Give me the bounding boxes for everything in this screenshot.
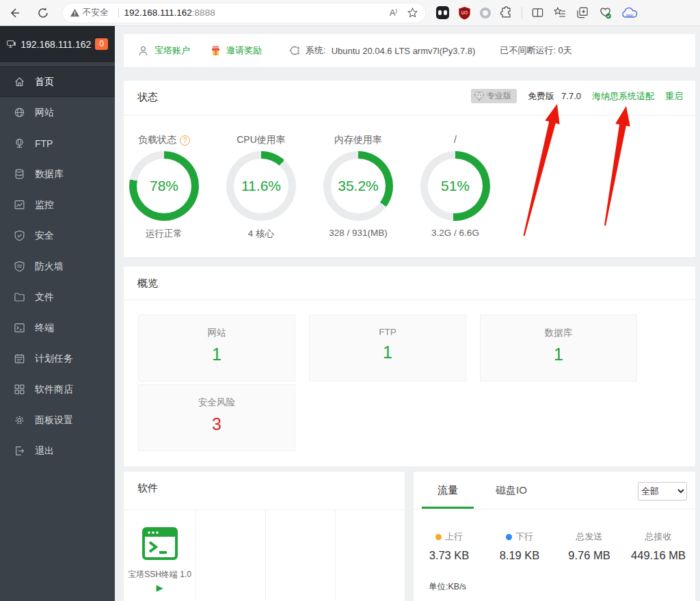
app-play-button[interactable]: ▶ — [124, 583, 196, 593]
system-value: Ubuntu 20.04.6 LTS armv7l(Py3.7.8) — [332, 46, 476, 56]
sidebar-item-firewall[interactable]: 防火墙 — [0, 251, 115, 282]
status-panel: 状态 专业版 免费版 7.7.0 海纳思系统适配 重启 负载状态? 78% 运行… — [124, 81, 695, 257]
tab-disk-io[interactable]: 磁盘IO — [485, 472, 537, 509]
system-label: 系统: — [306, 44, 326, 57]
sidebar-item-label: 数据库 — [35, 168, 64, 181]
card-value[interactable]: 1 — [310, 343, 466, 362]
gift-icon — [211, 45, 221, 56]
sidebar-item-label: 防火墙 — [35, 261, 64, 273]
favorites-list-icon[interactable] — [553, 6, 567, 19]
sidebar-item-files[interactable]: 文件 — [0, 282, 115, 312]
column-divider — [265, 509, 266, 601]
sidebar-item-ftp[interactable]: FTP — [0, 128, 115, 159]
sidebar-item-logout[interactable]: 退出 — [0, 436, 115, 466]
ublock-origin-icon[interactable]: UO — [458, 6, 471, 20]
hinas-adapt-link[interactable]: 海纳思系统适配 — [592, 90, 654, 103]
security-label[interactable]: 不安全 — [83, 7, 109, 18]
sidebar-item-terminal[interactable]: 终端 — [0, 312, 115, 343]
folder-icon — [14, 291, 25, 303]
status-title: 状态 — [137, 91, 158, 104]
sidebar-item-appstore[interactable]: 软件商店 — [0, 374, 115, 405]
load-donut: 78% — [129, 151, 199, 221]
divider — [414, 509, 695, 509]
sidebar-item-cron[interactable]: 计划任务 — [0, 343, 115, 374]
overview-card-database[interactable]: 数据库 1 — [480, 315, 637, 382]
restart-link[interactable]: 重启 — [665, 90, 683, 103]
copilot-cloud-icon[interactable] — [621, 7, 638, 19]
stat-value: 449.16 MB — [621, 549, 696, 562]
sidebar-menu: 首页 网站 FTP 数据库 监控 安全 防火墙 文件 — [0, 62, 115, 466]
downstream-dot-icon — [506, 534, 512, 540]
url-port[interactable]: :8888 — [192, 8, 215, 18]
column-divider — [335, 509, 336, 601]
overview-card-website[interactable]: 网站 1 — [138, 315, 295, 382]
gauge-title: 负载状态 — [138, 134, 176, 146]
read-aloud-icon[interactable]: A) — [390, 8, 397, 18]
collections-add-icon[interactable] — [576, 6, 589, 19]
calendar-icon — [14, 353, 25, 364]
split-screen-icon[interactable] — [531, 6, 544, 19]
sidebar-host: 192.168.111.162 — [21, 39, 91, 50]
traffic-panel: 流量 磁盘IO 全部 上行 3.73 KB 下行 8.19 KB 总发送 9.7… — [414, 472, 695, 601]
url-host[interactable]: 192.168.111.162 — [124, 8, 192, 18]
stat-total-received: 总接收 449.16 MB — [621, 531, 696, 562]
version-number: 7.7.0 — [561, 91, 581, 101]
disk-donut: 51% — [420, 151, 490, 221]
tab-traffic[interactable]: 流量 — [422, 472, 474, 509]
app-name[interactable]: 宝塔SSH终端 1.0 — [124, 569, 196, 580]
extensions-puzzle-icon[interactable] — [500, 6, 513, 19]
gauge-sub: 4 核心 — [213, 228, 309, 240]
stat-label: 上行 — [445, 531, 463, 543]
sidebar-item-home[interactable]: 首页 — [0, 66, 115, 97]
sidebar-item-security[interactable]: 安全 — [0, 220, 115, 251]
overview-card-risk[interactable]: 安全风险 3 — [138, 384, 295, 451]
globe-icon — [14, 107, 25, 118]
stat-total-sent: 总发送 9.76 MB — [552, 531, 627, 562]
card-label: 数据库 — [481, 327, 636, 339]
gauge-sub: 运行正常 — [116, 228, 212, 240]
overview-card-ftp[interactable]: FTP 1 — [309, 315, 466, 382]
gauge-value: 78% — [137, 159, 191, 213]
card-value[interactable]: 1 — [139, 345, 295, 364]
sidebar-item-label: 首页 — [35, 76, 54, 88]
software-title: 软件 — [137, 482, 158, 495]
column-divider — [196, 509, 196, 601]
message-count-badge[interactable]: 0 — [95, 38, 108, 50]
back-button[interactable] — [4, 3, 25, 23]
invite-reward-link[interactable]: 邀请奖励 — [226, 44, 262, 57]
refresh-button[interactable] — [33, 3, 53, 23]
diamond-icon — [474, 92, 485, 101]
sidebar-item-website[interactable]: 网站 — [0, 97, 115, 128]
gauge-title: / — [454, 134, 457, 145]
browser-essentials-icon[interactable] — [598, 6, 612, 20]
traffic-scope-select[interactable]: 全部 — [638, 482, 687, 500]
card-label: FTP — [310, 327, 466, 337]
not-secure-warning-icon — [70, 8, 80, 18]
bt-account-link[interactable]: 宝塔账户 — [154, 44, 190, 57]
sidebar-item-database[interactable]: 数据库 — [0, 159, 115, 189]
sidebar-item-settings[interactable]: 面板设置 — [0, 405, 115, 436]
gauge-value: 51% — [428, 159, 483, 213]
sidebar: 192.168.111.162 0 首页 网站 FTP 数据库 监控 安全 — [0, 26, 115, 601]
help-icon[interactable]: ? — [180, 135, 190, 146]
sidebar-item-label: 终端 — [35, 322, 54, 334]
dark-reader-extension-icon[interactable] — [436, 6, 449, 19]
gauge-value: 11.6% — [234, 159, 288, 213]
app-bt-ssh-terminal[interactable]: 宝塔SSH终端 1.0 ▶ — [124, 509, 196, 593]
card-value[interactable]: 1 — [481, 345, 636, 364]
ssh-terminal-app-icon[interactable] — [141, 524, 179, 563]
memory-donut: 35.2% — [323, 151, 393, 221]
user-icon — [137, 45, 149, 57]
extension-ring-icon[interactable] — [480, 8, 491, 18]
address-bar[interactable]: 不安全 192.168.111.162:8888 A) — [63, 3, 425, 23]
unit-note: 单位:KB/s — [429, 581, 466, 593]
sidebar-item-label: 面板设置 — [35, 414, 73, 427]
pro-edition-badge[interactable]: 专业版 — [471, 89, 517, 103]
terminal-icon — [14, 322, 25, 334]
favorite-star-icon[interactable] — [407, 7, 418, 18]
card-label: 安全风险 — [139, 397, 295, 409]
gauge-title: CPU使用率 — [237, 134, 286, 146]
card-value[interactable]: 3 — [139, 414, 295, 434]
stat-downstream: 下行 8.19 KB — [482, 531, 557, 562]
sidebar-item-monitor[interactable]: 监控 — [0, 189, 115, 220]
